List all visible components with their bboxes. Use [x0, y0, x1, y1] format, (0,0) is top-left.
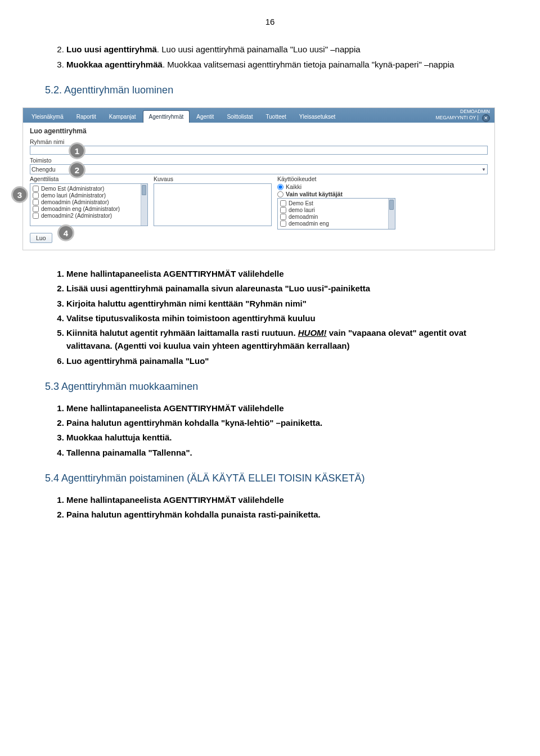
- label-ryhman-nimi: Ryhmän nimi: [30, 138, 488, 145]
- agent-label: Demo Est (Administrator): [41, 186, 104, 192]
- intro-step-3-bold: Muokkaa agenttiryhmää: [66, 60, 163, 69]
- radio-vain-label: Vain valitut käyttäjät: [286, 191, 343, 197]
- luo-button[interactable]: Luo: [30, 233, 52, 243]
- input-ryhman-nimi[interactable]: [30, 146, 488, 155]
- scrollbar-thumb[interactable]: [142, 185, 146, 195]
- step-52-3: Kirjoita haluttu agenttiryhmän nimi kent…: [66, 297, 495, 310]
- user-label: demo lauri: [289, 207, 315, 213]
- agent-item[interactable]: demoadmin (Administrator): [33, 199, 145, 205]
- user-checkbox[interactable]: [280, 220, 286, 227]
- intro-step-2: Luo uusi agenttiryhmä. Luo uusi agenttir…: [66, 43, 495, 56]
- intro-step-3: Muokkaa agenttiryhmää. Muokkaa valitsema…: [66, 58, 495, 71]
- step-52-2: Lisää uusi agenttiryhmä painamalla sivun…: [66, 282, 495, 295]
- chevron-down-icon: ▼: [482, 167, 486, 172]
- step-53-3: Muokkaa haluttuja kenttiä.: [66, 431, 495, 444]
- agent-label: demoadmin2 (Administrator): [41, 213, 112, 219]
- agent-item[interactable]: Demo Est (Administrator): [33, 186, 145, 192]
- create-group-panel: Luo agenttiryhmä Ryhmän nimi Toimisto Ch…: [23, 123, 494, 250]
- radio-kaikki[interactable]: [277, 184, 284, 190]
- agent-listbox[interactable]: Demo Est (Administrator) demo lauri (Adm…: [30, 183, 148, 226]
- step-52-5a: Kiinnitä halutut agentit ryhmään laittam…: [66, 328, 298, 338]
- agent-item[interactable]: demoadmin eng (Administrator): [33, 206, 145, 212]
- scrollbar-track[interactable]: [141, 184, 147, 226]
- user-label: Demo Est: [289, 200, 313, 206]
- logout-icon[interactable]: ✕: [482, 114, 490, 122]
- label-toimisto: Toimisto: [30, 157, 488, 164]
- scrollbar-track[interactable]: [388, 199, 395, 229]
- scrollbar-thumb[interactable]: [389, 200, 394, 210]
- step-54-2: Paina halutun agenttiryhmän kohdalla pun…: [66, 508, 495, 521]
- intro-steps: Luo uusi agenttiryhmä. Luo uusi agenttir…: [66, 43, 495, 71]
- agent-label: demoadmin (Administrator): [41, 199, 109, 205]
- select-toimisto-value: Chengdu: [32, 166, 56, 173]
- tab-yleisasetukset[interactable]: Yleisasetukset: [293, 110, 341, 123]
- user-checkbox[interactable]: [280, 214, 286, 220]
- callout-1: 1: [69, 142, 86, 159]
- heading-5-2: 5.2. Agenttiryhmän luominen: [45, 84, 495, 96]
- step-53-4: Tallenna painamalla "Tallenna".: [66, 446, 495, 459]
- heading-5-4: 5.4 Agenttiryhmän poistaminen (ÄLÄ KÄYTÄ…: [45, 472, 495, 484]
- agent-label: demoadmin eng (Administrator): [41, 206, 120, 212]
- app-screenshot: Yleisnäkymä Raportit Kampanjat Agenttiry…: [22, 107, 495, 250]
- agent-item[interactable]: demo lauri (Administrator): [33, 192, 145, 199]
- step-52-5-huom: HUOM!: [298, 328, 327, 338]
- agent-label: demo lauri (Administrator): [41, 192, 106, 199]
- page-number: 16: [45, 17, 495, 26]
- radio-vain-row[interactable]: Vain valitut käyttäjät: [277, 191, 395, 197]
- user-checkbox[interactable]: [280, 207, 286, 213]
- user-label: demoadmin: [289, 214, 318, 220]
- panel-title: Luo agenttiryhmä: [30, 127, 488, 135]
- user-label: demoadmin eng: [289, 220, 329, 227]
- label-kayttooikeudet: Käyttöoikeudet: [277, 176, 395, 182]
- user-line1: DEMOADMIN: [460, 109, 490, 114]
- screenshot-wrapper: Yleisnäkymä Raportit Kampanjat Agenttiry…: [22, 107, 495, 250]
- step-53-1: Mene hallintapaneelista AGENTTIRYHMÄT vä…: [66, 402, 495, 415]
- steps-5-3: Mene hallintapaneelista AGENTTIRYHMÄT vä…: [66, 402, 495, 459]
- step-52-5: Kiinnitä halutut agentit ryhmään laittam…: [66, 326, 495, 353]
- user-item[interactable]: demo lauri: [280, 207, 393, 213]
- step-52-4: Valitse tiputusvalikosta mihin toimistoo…: [66, 312, 495, 325]
- radio-kaikki-label: Kaikki: [286, 183, 302, 190]
- select-toimisto[interactable]: Chengdu ▼: [30, 164, 488, 174]
- tab-yleisnakyma[interactable]: Yleisnäkymä: [25, 110, 70, 123]
- user-info: DEMOADMIN MEGAMYYNTI OY | ✕: [435, 109, 490, 122]
- tab-raportit[interactable]: Raportit: [70, 110, 102, 123]
- tab-bar: Yleisnäkymä Raportit Kampanjat Agenttiry…: [23, 108, 494, 123]
- tab-agentit[interactable]: Agentit: [190, 110, 220, 123]
- agent-checkbox[interactable]: [33, 213, 39, 219]
- label-agenttilista: Agenttilista: [30, 176, 148, 182]
- agent-checkbox[interactable]: [33, 206, 39, 212]
- intro-step-2-bold: Luo uusi agenttiryhmä: [66, 44, 157, 54]
- step-52-1: Mene hallintapaneelista AGENTTIRYHMÄT vä…: [66, 267, 495, 280]
- agent-item[interactable]: demoadmin2 (Administrator): [33, 213, 145, 219]
- tab-soittolistat[interactable]: Soittolistat: [220, 110, 259, 123]
- tab-kampanjat[interactable]: Kampanjat: [103, 110, 142, 123]
- user-listbox[interactable]: Demo Est demo lauri demoadmin demoadmin …: [277, 198, 395, 230]
- callout-3: 3: [11, 186, 28, 203]
- callout-2: 2: [69, 161, 86, 178]
- radio-kaikki-row[interactable]: Kaikki: [277, 183, 395, 190]
- kuvaus-textarea[interactable]: [154, 183, 272, 226]
- user-item[interactable]: demoadmin: [280, 214, 393, 220]
- heading-5-3: 5.3 Agenttiryhmän muokkaaminen: [45, 381, 495, 393]
- intro-step-2-rest: . Luo uusi agenttiryhmä painamalla "Luo …: [157, 44, 361, 54]
- radio-vain[interactable]: [277, 191, 284, 197]
- agent-checkbox[interactable]: [33, 192, 39, 199]
- user-checkbox[interactable]: [280, 200, 286, 206]
- step-53-2: Paina halutun agenttiryhmän kohdalla "ky…: [66, 416, 495, 429]
- user-item[interactable]: Demo Est: [280, 200, 393, 206]
- step-52-6: Luo agenttiryhmä painamalla "Luo": [66, 354, 495, 367]
- step-54-1: Mene hallintapaneelista AGENTTIRYHMÄT vä…: [66, 493, 495, 506]
- tab-tuotteet[interactable]: Tuotteet: [260, 110, 292, 123]
- user-item[interactable]: demoadmin eng: [280, 220, 393, 227]
- user-line2: MEGAMYYNTI OY |: [435, 115, 478, 121]
- steps-5-2: Mene hallintapaneelista AGENTTIRYHMÄT vä…: [66, 267, 495, 367]
- label-kuvaus: Kuvaus: [154, 176, 272, 182]
- agent-checkbox[interactable]: [33, 186, 39, 192]
- callout-4: 4: [57, 224, 74, 241]
- steps-5-4: Mene hallintapaneelista AGENTTIRYHMÄT vä…: [66, 493, 495, 521]
- intro-step-3-rest: . Muokkaa valitsemasi agenttiryhmän tiet…: [163, 60, 454, 69]
- tab-agenttiryhmat[interactable]: Agenttiryhmät: [143, 110, 190, 123]
- agent-checkbox[interactable]: [33, 199, 39, 205]
